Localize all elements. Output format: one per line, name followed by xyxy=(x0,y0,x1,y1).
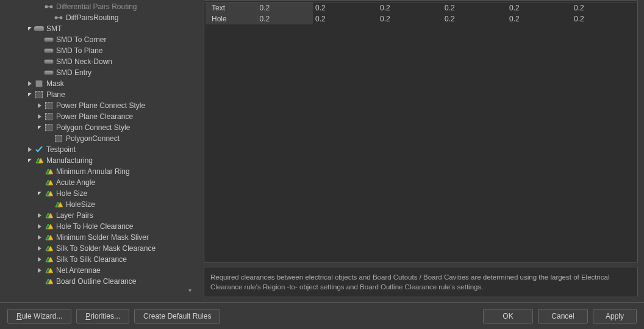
expand-icon[interactable] xyxy=(27,81,33,87)
tree-item-minimum-solder-mask-sliver[interactable]: Minimum Solder Mask Sliver xyxy=(6,232,199,243)
ok-button[interactable]: OK xyxy=(483,309,533,324)
tree-item-holesize[interactable]: HoleSize xyxy=(6,199,199,210)
tree-item-acute-angle[interactable]: Acute Angle xyxy=(6,177,199,188)
tree-item-hole-to-hole-clearance[interactable]: Hole To Hole Clearance xyxy=(6,221,199,232)
mfg-icon xyxy=(44,189,54,198)
mfg-icon xyxy=(44,266,54,275)
tree-item-mask[interactable]: Mask xyxy=(6,78,199,89)
tree-item-differential-pairs-routing[interactable]: Differential Pairs Routing xyxy=(6,1,199,12)
tree-item-smd-entry[interactable]: SMD Entry xyxy=(6,67,199,78)
apply-button[interactable]: Apply xyxy=(593,309,637,324)
tree-item-smd-to-plane[interactable]: SMD To Plane xyxy=(6,45,199,56)
tree-item-label: Power Plane Clearance xyxy=(56,112,133,121)
cell[interactable]: 0.2 xyxy=(313,2,377,14)
collapse-icon[interactable] xyxy=(37,125,43,131)
mfg-icon xyxy=(44,233,54,242)
cancel-button[interactable]: Cancel xyxy=(538,309,588,324)
tree-item-power-plane-clearance[interactable]: Power Plane Clearance xyxy=(6,111,199,122)
tree-item-label: SMD To Corner xyxy=(56,35,106,44)
row-header: Hole xyxy=(206,13,257,24)
expand-icon[interactable] xyxy=(27,146,33,153)
expand-icon[interactable] xyxy=(37,223,43,230)
tree-item-polygonconnect[interactable]: PolygonConnect xyxy=(6,133,199,144)
tree-item-plane[interactable]: Plane xyxy=(6,89,199,100)
cell[interactable]: 0.2 xyxy=(257,2,313,14)
tree-item-manufacturing[interactable]: Manufacturing xyxy=(6,155,199,166)
mfg-icon xyxy=(44,244,54,253)
collapse-icon[interactable] xyxy=(37,190,43,197)
rule-wizard-button[interactable]: Rule Wizard... xyxy=(7,309,71,324)
tree-item-label: Plane xyxy=(46,90,65,99)
collapse-icon[interactable] xyxy=(27,92,33,98)
row-header: Text xyxy=(206,2,257,14)
cell[interactable]: 0.2 xyxy=(442,2,507,14)
smd-icon xyxy=(44,57,54,66)
cell[interactable]: 0.2 xyxy=(507,2,571,14)
smd-icon xyxy=(44,68,54,77)
cell[interactable]: 0.2 xyxy=(257,13,313,24)
cell[interactable]: 0.2 xyxy=(571,13,636,24)
tree-item-smt[interactable]: SMT xyxy=(6,23,199,34)
tree-item-label: Acute Angle xyxy=(56,178,95,187)
cell[interactable]: 0.2 xyxy=(377,13,442,24)
tree-item-label: SMT xyxy=(46,24,62,33)
tree-item-smd-neck-down[interactable]: SMD Neck-Down xyxy=(6,56,199,67)
plane-icon xyxy=(44,112,54,121)
expand-icon[interactable] xyxy=(37,114,43,120)
expand-icon[interactable] xyxy=(37,245,43,251)
check-icon xyxy=(34,145,44,154)
tree-item-power-plane-connect-style[interactable]: Power Plane Connect Style xyxy=(6,100,199,111)
tree-item-label: Power Plane Connect Style xyxy=(56,101,145,110)
tree-item-hole-size[interactable]: Hole Size xyxy=(6,188,199,199)
smd-icon xyxy=(44,35,54,44)
rules-tree[interactable]: Differential Pairs RoutingDiffPairsRouti… xyxy=(6,0,199,297)
tree-item-label: DiffPairsRouting xyxy=(66,13,118,22)
expand-icon[interactable] xyxy=(37,212,43,219)
mfg-icon xyxy=(44,178,54,187)
cell[interactable]: 0.2 xyxy=(442,13,507,24)
plane-icon xyxy=(44,123,54,132)
expand-icon[interactable] xyxy=(37,103,43,109)
tree-item-label: Minimum Solder Mask Sliver xyxy=(56,233,149,242)
tree-item-testpoint[interactable]: Testpoint xyxy=(6,144,199,155)
expand-icon[interactable] xyxy=(37,234,43,240)
tree-item-label: Minimum Annular Ring xyxy=(56,167,130,176)
tree-item-label: Board Outline Clearance xyxy=(56,277,136,286)
dialog-footer: Rule Wizard... Priorities... Create Defa… xyxy=(0,302,644,329)
expand-icon[interactable] xyxy=(37,267,43,273)
mfg-icon xyxy=(54,200,63,209)
tree-item-label: Testpoint xyxy=(46,145,76,154)
cell[interactable]: 0.2 xyxy=(313,13,377,24)
tree-item-label: Polygon Connect Style xyxy=(56,123,130,132)
tree-item-smd-to-corner[interactable]: SMD To Corner xyxy=(6,34,199,45)
smt-icon xyxy=(34,24,44,33)
tree-item-silk-to-solder-mask-clearance[interactable]: Silk To Solder Mask Clearance xyxy=(6,243,199,254)
cell[interactable]: 0.2 xyxy=(507,13,571,24)
tree-item-label: Silk To Solder Mask Clearance xyxy=(56,244,156,253)
cell[interactable]: 0.2 xyxy=(571,2,636,14)
tree-item-label: Mask xyxy=(46,79,64,88)
tree-item-net-antennae[interactable]: Net Antennae xyxy=(6,265,199,276)
tree-item-label: Silk To Silk Clearance xyxy=(56,255,127,264)
tree-item-diffpairsrouting[interactable]: DiffPairsRouting xyxy=(6,12,199,23)
tree-item-minimum-annular-ring[interactable]: Minimum Annular Ring xyxy=(6,166,199,177)
tree-item-label: Hole To Hole Clearance xyxy=(56,222,134,231)
collapse-icon[interactable] xyxy=(27,26,33,32)
create-default-rules-button[interactable]: Create Default Rules xyxy=(134,309,220,324)
smd-icon xyxy=(44,46,54,55)
tree-item-polygon-connect-style[interactable]: Polygon Connect Style xyxy=(6,122,199,133)
mfg-icon xyxy=(44,222,54,231)
collapse-icon[interactable] xyxy=(27,157,33,164)
expand-icon[interactable] xyxy=(37,256,43,262)
priorities-button[interactable]: Priorities... xyxy=(76,309,129,324)
tree-item-board-outline-clearance[interactable]: Board Outline Clearance xyxy=(6,276,199,287)
cell[interactable]: 0.2 xyxy=(377,2,442,14)
table-row: Text0.20.20.20.20.20.2 xyxy=(206,2,636,14)
tree-item-silk-to-silk-clearance[interactable]: Silk To Silk Clearance xyxy=(6,254,199,265)
clearance-note: Required clearances between electrical o… xyxy=(204,267,638,297)
tree-item-layer-pairs[interactable]: Layer Pairs xyxy=(6,210,199,221)
table-row: Hole0.20.20.20.20.20.2 xyxy=(206,13,636,24)
mfg-icon xyxy=(44,255,54,264)
scroll-down-icon[interactable]: ▾ xyxy=(188,287,191,294)
tree-item-label: SMD To Plane xyxy=(56,46,102,55)
